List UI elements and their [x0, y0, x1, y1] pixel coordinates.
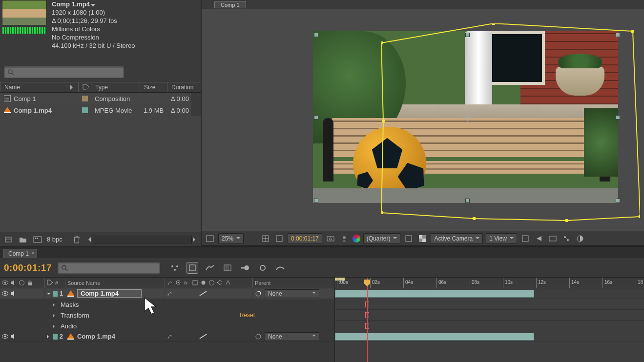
- label-swatch[interactable]: [53, 291, 58, 297]
- col-size[interactable]: Size: [140, 82, 167, 92]
- reset-link[interactable]: Reset: [240, 312, 255, 319]
- video-file-icon: [4, 103, 11, 112]
- label-swatch[interactable]: [53, 334, 58, 340]
- toggle-alpha-icon[interactable]: [205, 233, 215, 244]
- layer-bar[interactable]: [335, 290, 534, 298]
- transform-handle[interactable]: [465, 33, 470, 37]
- transform-handle[interactable]: [314, 33, 318, 37]
- twirl-icon[interactable]: [53, 324, 57, 328]
- frame-blend-icon[interactable]: [222, 262, 233, 274]
- eye-icon[interactable]: [2, 280, 8, 286]
- viewer-canvas[interactable]: [202, 9, 644, 231]
- property-group[interactable]: Masks: [0, 299, 334, 310]
- item-name: Comp 1.mp4: [52, 0, 90, 8]
- transform-handle[interactable]: [616, 199, 620, 203]
- brainstorm-icon[interactable]: [257, 262, 269, 274]
- time-ruler[interactable]: :00s 02s 04s 06s 08s 10s 12s 14s 16s 18: [335, 278, 644, 288]
- svg-rect-42: [224, 265, 231, 271]
- project-thumbnail: [2, 0, 47, 25]
- zoom-dropdown[interactable]: 25%: [218, 233, 244, 244]
- roi-icon[interactable]: [403, 233, 414, 244]
- project-search-input[interactable]: [4, 66, 124, 78]
- pickwhip-icon[interactable]: [255, 290, 262, 297]
- delete-icon[interactable]: [71, 234, 82, 245]
- project-row[interactable]: Comp 1 Composition Δ 0;00: [0, 93, 201, 104]
- project-columns-header[interactable]: Name Type Size Duration: [0, 82, 201, 93]
- flowchart-icon[interactable]: [561, 233, 572, 244]
- scroll-right-icon[interactable]: [193, 237, 198, 242]
- speaker-icon[interactable]: [10, 333, 17, 340]
- new-folder-icon[interactable]: [18, 234, 28, 245]
- project-hscroll[interactable]: [92, 236, 192, 243]
- anchor-point-icon[interactable]: [463, 113, 472, 122]
- layer-bar[interactable]: [335, 333, 534, 341]
- interpret-footage-icon[interactable]: [3, 234, 14, 245]
- pickwhip-icon[interactable]: [255, 333, 262, 340]
- transform-handle[interactable]: [616, 33, 620, 37]
- show-channel-icon[interactable]: [339, 233, 350, 244]
- transform-handle[interactable]: [465, 199, 470, 203]
- layer-name[interactable]: Comp 1.mp4: [77, 333, 115, 340]
- comp-mini-flowchart-icon[interactable]: [169, 262, 181, 274]
- viewer-timecode[interactable]: 0:00:01:17: [288, 233, 322, 244]
- timeline-search-input[interactable]: [58, 262, 160, 274]
- camera-dropdown[interactable]: Active Camera: [431, 233, 483, 244]
- col-type[interactable]: Type: [91, 82, 140, 92]
- twirl-icon[interactable]: [47, 335, 51, 339]
- twirl-icon[interactable]: [47, 293, 51, 297]
- viewer-tab[interactable]: Comp 1: [214, 1, 246, 8]
- transform-handle[interactable]: [314, 115, 318, 120]
- timeline-icon[interactable]: [547, 233, 558, 244]
- speaker-icon[interactable]: [10, 280, 17, 286]
- layer-name-field[interactable]: Comp 1.mp4: [77, 289, 142, 298]
- svg-rect-15: [473, 217, 476, 220]
- transform-handle[interactable]: [314, 199, 318, 203]
- col-parent[interactable]: Parent: [253, 278, 334, 288]
- property-group[interactable]: TransformReset: [0, 310, 334, 321]
- resolution-down-icon[interactable]: [247, 233, 257, 244]
- col-label[interactable]: [78, 82, 91, 92]
- current-time-indicator[interactable]: [367, 278, 368, 362]
- speaker-icon[interactable]: [10, 290, 17, 297]
- parent-dropdown[interactable]: None: [265, 332, 319, 341]
- parent-dropdown[interactable]: None: [265, 289, 319, 298]
- twirl-icon[interactable]: [53, 303, 57, 307]
- draft-3d-icon[interactable]: [187, 262, 198, 274]
- col-duration[interactable]: Duration: [167, 82, 201, 92]
- layer-row[interactable]: 1 Comp 1.mp4 None: [0, 288, 334, 299]
- shy-icon[interactable]: [204, 262, 216, 274]
- views-dropdown[interactable]: 1 View: [486, 233, 517, 244]
- fast-preview-icon[interactable]: [534, 233, 544, 244]
- snapshot-icon[interactable]: [325, 233, 336, 244]
- resolution-dropdown[interactable]: (Quarter): [363, 233, 401, 244]
- timeline-tracks[interactable]: :00s 02s 04s 06s 08s 10s 12s 14s 16s 18: [335, 278, 644, 362]
- lock-icon[interactable]: [27, 280, 33, 286]
- color-management-icon[interactable]: [353, 235, 360, 242]
- solo-icon[interactable]: [19, 280, 25, 286]
- transparency-grid-icon[interactable]: [417, 233, 428, 244]
- eye-icon[interactable]: [2, 290, 8, 297]
- new-comp-icon[interactable]: [32, 234, 43, 245]
- pixel-aspect-icon[interactable]: [520, 233, 531, 244]
- project-item-list[interactable]: Comp 1 Composition Δ 0;00 Comp 1.mp4 MPE…: [0, 93, 201, 232]
- graph-editor-icon[interactable]: [274, 262, 286, 274]
- property-group[interactable]: Audio: [0, 321, 334, 331]
- timeline-tab[interactable]: Comp 1: [3, 249, 37, 258]
- project-row[interactable]: Comp 1.mp4 MPEG Movie 1.9 MB Δ 0;00: [0, 104, 201, 116]
- motion-blur-icon[interactable]: [239, 262, 251, 274]
- project-bpc[interactable]: 8 bpc: [47, 236, 62, 243]
- mask-toggle-icon[interactable]: [274, 233, 285, 244]
- col-source-name[interactable]: Source Name: [65, 278, 165, 288]
- current-time-display[interactable]: 0:00:01:17: [4, 262, 52, 273]
- twirl-icon[interactable]: [53, 314, 57, 318]
- eye-icon[interactable]: [2, 333, 8, 340]
- label-swatch[interactable]: [82, 107, 88, 113]
- grid-icon[interactable]: [260, 233, 271, 244]
- exposure-icon[interactable]: [575, 233, 585, 244]
- col-name[interactable]: Name: [4, 84, 20, 91]
- layer-row[interactable]: 2 Comp 1.mp4 None: [0, 331, 334, 342]
- transform-handle[interactable]: [616, 115, 620, 120]
- label-swatch[interactable]: [82, 96, 88, 101]
- scroll-left-icon[interactable]: [86, 237, 91, 242]
- label-icon[interactable]: [47, 280, 53, 286]
